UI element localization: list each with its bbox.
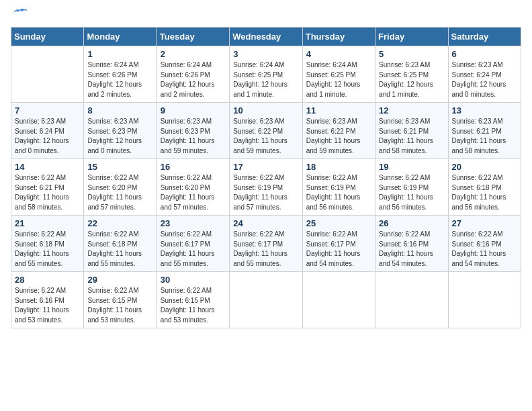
calendar-cell: 28Sunrise: 6:22 AM Sunset: 6:16 PM Dayli… [11, 272, 84, 328]
calendar-cell: 12Sunrise: 6:23 AM Sunset: 6:21 PM Dayli… [375, 103, 448, 159]
calendar-cell: 26Sunrise: 6:22 AM Sunset: 6:16 PM Dayli… [375, 216, 448, 272]
day-number: 2 [161, 49, 226, 59]
day-info: Sunrise: 6:23 AM Sunset: 6:24 PM Dayligh… [452, 60, 517, 99]
day-info: Sunrise: 6:22 AM Sunset: 6:15 PM Dayligh… [87, 286, 152, 325]
day-info: Sunrise: 6:23 AM Sunset: 6:22 PM Dayligh… [306, 117, 371, 156]
day-number: 5 [379, 49, 444, 59]
day-info: Sunrise: 6:22 AM Sunset: 6:20 PM Dayligh… [161, 173, 226, 212]
day-number: 11 [306, 105, 371, 116]
day-info: Sunrise: 6:23 AM Sunset: 6:22 PM Dayligh… [233, 117, 298, 156]
page-header [11, 11, 521, 19]
calendar-header-row: SundayMondayTuesdayWednesdayThursdayFrid… [11, 28, 521, 46]
day-number: 17 [233, 162, 298, 172]
calendar-table: SundayMondayTuesdayWednesdayThursdayFrid… [11, 27, 521, 328]
day-info: Sunrise: 6:22 AM Sunset: 6:19 PM Dayligh… [233, 173, 298, 212]
calendar-week-row: 7Sunrise: 6:23 AM Sunset: 6:24 PM Daylig… [11, 103, 521, 159]
calendar-cell [11, 46, 84, 103]
calendar-cell: 17Sunrise: 6:22 AM Sunset: 6:19 PM Dayli… [230, 159, 302, 216]
calendar-cell: 24Sunrise: 6:22 AM Sunset: 6:17 PM Dayli… [230, 216, 302, 272]
logo [11, 11, 27, 19]
calendar-cell: 4Sunrise: 6:24 AM Sunset: 6:25 PM Daylig… [302, 46, 375, 103]
day-number: 27 [452, 218, 517, 228]
calendar-cell: 20Sunrise: 6:22 AM Sunset: 6:18 PM Dayli… [448, 159, 521, 216]
weekday-header: Saturday [448, 28, 521, 46]
calendar-cell: 9Sunrise: 6:23 AM Sunset: 6:23 PM Daylig… [157, 103, 229, 159]
day-number: 12 [379, 105, 444, 116]
calendar-cell: 14Sunrise: 6:22 AM Sunset: 6:21 PM Dayli… [11, 159, 84, 216]
calendar-cell [448, 272, 521, 328]
calendar-cell: 10Sunrise: 6:23 AM Sunset: 6:22 PM Dayli… [230, 103, 302, 159]
day-info: Sunrise: 6:23 AM Sunset: 6:21 PM Dayligh… [452, 117, 517, 156]
calendar-cell: 5Sunrise: 6:23 AM Sunset: 6:25 PM Daylig… [375, 46, 448, 103]
calendar-cell: 23Sunrise: 6:22 AM Sunset: 6:17 PM Dayli… [157, 216, 229, 272]
day-info: Sunrise: 6:22 AM Sunset: 6:18 PM Dayligh… [452, 173, 517, 212]
calendar-week-row: 21Sunrise: 6:22 AM Sunset: 6:18 PM Dayli… [11, 216, 521, 272]
day-info: Sunrise: 6:22 AM Sunset: 6:17 PM Dayligh… [233, 230, 298, 269]
day-number: 19 [379, 162, 444, 172]
calendar-cell: 11Sunrise: 6:23 AM Sunset: 6:22 PM Dayli… [302, 103, 375, 159]
calendar-cell: 6Sunrise: 6:23 AM Sunset: 6:24 PM Daylig… [448, 46, 521, 103]
calendar-cell [230, 272, 302, 328]
day-number: 14 [15, 162, 80, 172]
day-number: 22 [87, 218, 152, 228]
day-info: Sunrise: 6:22 AM Sunset: 6:21 PM Dayligh… [15, 173, 80, 212]
day-number: 8 [87, 105, 152, 116]
calendar-cell: 3Sunrise: 6:24 AM Sunset: 6:25 PM Daylig… [230, 46, 302, 103]
day-number: 20 [452, 162, 517, 172]
calendar-cell: 7Sunrise: 6:23 AM Sunset: 6:24 PM Daylig… [11, 103, 84, 159]
calendar-cell: 19Sunrise: 6:22 AM Sunset: 6:19 PM Dayli… [375, 159, 448, 216]
day-number: 3 [233, 49, 298, 59]
calendar-week-row: 14Sunrise: 6:22 AM Sunset: 6:21 PM Dayli… [11, 159, 521, 216]
day-number: 13 [452, 105, 517, 116]
day-number: 6 [452, 49, 517, 59]
day-number: 24 [233, 218, 298, 228]
calendar-cell: 27Sunrise: 6:22 AM Sunset: 6:16 PM Dayli… [448, 216, 521, 272]
calendar-cell: 18Sunrise: 6:22 AM Sunset: 6:19 PM Dayli… [302, 159, 375, 216]
calendar-cell: 30Sunrise: 6:22 AM Sunset: 6:15 PM Dayli… [157, 272, 229, 328]
calendar-week-row: 1Sunrise: 6:24 AM Sunset: 6:26 PM Daylig… [11, 46, 521, 103]
day-info: Sunrise: 6:23 AM Sunset: 6:23 PM Dayligh… [87, 117, 152, 156]
day-number: 30 [161, 275, 226, 285]
day-info: Sunrise: 6:22 AM Sunset: 6:19 PM Dayligh… [379, 173, 444, 212]
logo-bird-icon [12, 7, 27, 19]
day-info: Sunrise: 6:23 AM Sunset: 6:21 PM Dayligh… [379, 117, 444, 156]
day-info: Sunrise: 6:24 AM Sunset: 6:25 PM Dayligh… [233, 60, 298, 99]
day-number: 26 [379, 218, 444, 228]
calendar-cell: 8Sunrise: 6:23 AM Sunset: 6:23 PM Daylig… [84, 103, 157, 159]
weekday-header: Sunday [11, 28, 84, 46]
day-info: Sunrise: 6:23 AM Sunset: 6:23 PM Dayligh… [161, 117, 226, 156]
day-info: Sunrise: 6:22 AM Sunset: 6:18 PM Dayligh… [87, 230, 152, 269]
day-info: Sunrise: 6:24 AM Sunset: 6:26 PM Dayligh… [87, 60, 152, 99]
calendar-cell: 2Sunrise: 6:24 AM Sunset: 6:26 PM Daylig… [157, 46, 229, 103]
calendar-cell: 25Sunrise: 6:22 AM Sunset: 6:17 PM Dayli… [302, 216, 375, 272]
day-info: Sunrise: 6:22 AM Sunset: 6:16 PM Dayligh… [452, 230, 517, 269]
day-number: 29 [87, 275, 152, 285]
day-number: 7 [15, 105, 80, 116]
day-number: 25 [306, 218, 371, 228]
day-info: Sunrise: 6:22 AM Sunset: 6:20 PM Dayligh… [87, 173, 152, 212]
day-info: Sunrise: 6:22 AM Sunset: 6:19 PM Dayligh… [306, 173, 371, 212]
day-number: 21 [15, 218, 80, 228]
day-number: 28 [15, 275, 80, 285]
day-info: Sunrise: 6:24 AM Sunset: 6:26 PM Dayligh… [161, 60, 226, 99]
calendar-cell [302, 272, 375, 328]
weekday-header: Tuesday [157, 28, 229, 46]
calendar-week-row: 28Sunrise: 6:22 AM Sunset: 6:16 PM Dayli… [11, 272, 521, 328]
calendar-cell: 29Sunrise: 6:22 AM Sunset: 6:15 PM Dayli… [84, 272, 157, 328]
weekday-header: Thursday [302, 28, 375, 46]
day-info: Sunrise: 6:24 AM Sunset: 6:25 PM Dayligh… [306, 60, 371, 99]
calendar-cell: 15Sunrise: 6:22 AM Sunset: 6:20 PM Dayli… [84, 159, 157, 216]
weekday-header: Monday [84, 28, 157, 46]
day-number: 15 [87, 162, 152, 172]
day-number: 23 [161, 218, 226, 228]
calendar-cell [375, 272, 448, 328]
day-info: Sunrise: 6:22 AM Sunset: 6:17 PM Dayligh… [161, 230, 226, 269]
weekday-header: Wednesday [230, 28, 302, 46]
day-info: Sunrise: 6:22 AM Sunset: 6:15 PM Dayligh… [161, 286, 226, 325]
day-info: Sunrise: 6:22 AM Sunset: 6:18 PM Dayligh… [15, 230, 80, 269]
day-number: 18 [306, 162, 371, 172]
day-info: Sunrise: 6:23 AM Sunset: 6:25 PM Dayligh… [379, 60, 444, 99]
day-number: 1 [87, 49, 152, 59]
day-number: 16 [161, 162, 226, 172]
day-number: 4 [306, 49, 371, 59]
